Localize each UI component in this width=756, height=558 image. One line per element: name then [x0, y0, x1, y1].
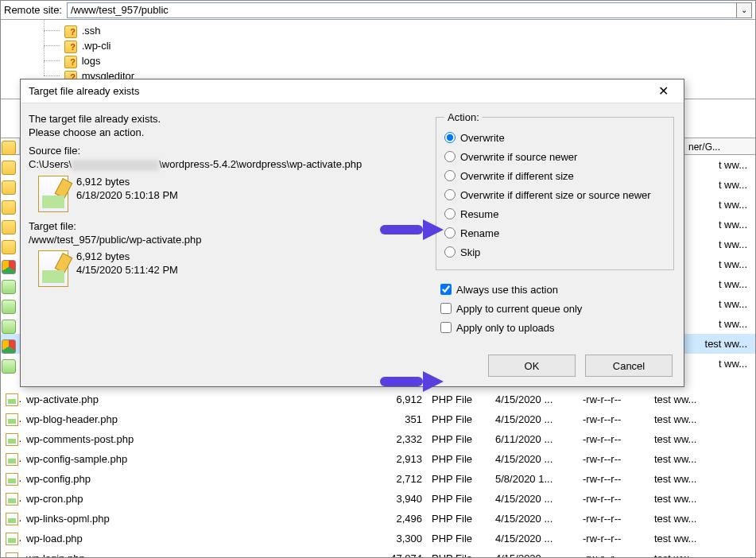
cell-modified: 4/15/2020 ... [490, 409, 578, 429]
gutter-icon-folder5[interactable] [2, 220, 16, 234]
cell-filesize: 2,712 [355, 469, 427, 489]
cell-permissions: -rw-r--r-- [578, 429, 649, 449]
gutter-icon-folder6[interactable] [2, 240, 16, 254]
gutter-icon-folder3[interactable] [2, 180, 16, 195]
cell-filename: wp-blog-header.php [21, 409, 355, 429]
gutter-icon-app3[interactable] [2, 320, 16, 334]
radio-resume-input[interactable] [444, 208, 456, 219]
tree-item-label: .wp-cli [82, 40, 111, 52]
radio-resume-label: Resume [460, 208, 498, 220]
cell-filetype: PHP File [427, 449, 490, 469]
php-file-icon [6, 493, 18, 506]
cell-filesize: 6,912 [355, 389, 427, 409]
gutter-icon-folder1[interactable] [2, 141, 16, 155]
cell-permissions: -rw-r--r-- [578, 489, 649, 509]
table-row[interactable]: wp-comments-post.php2,332PHP File6/11/20… [1, 429, 755, 449]
check-always-input[interactable] [440, 284, 452, 295]
tree-item[interactable]: ? logs [64, 53, 747, 68]
cell-owner: test ww... [649, 489, 755, 509]
tree-item[interactable]: ? .ssh [64, 23, 747, 38]
radio-rename[interactable]: Rename [444, 223, 665, 242]
table-row[interactable]: wp-config-sample.php2,913PHP File4/15/20… [1, 449, 755, 469]
cell-filename: wp-links-opml.php [21, 509, 355, 529]
cell-filename: wp-cron.php [21, 489, 355, 509]
check-uploads[interactable]: Apply only to uploads [440, 318, 674, 337]
check-uploads-label: Apply only to uploads [456, 322, 555, 334]
gutter-icon-app1[interactable] [2, 280, 16, 294]
check-uploads-input[interactable] [440, 322, 452, 333]
intro-line-1: The target file already exists. [29, 113, 429, 125]
cell-permissions: -rw-r--r-- [578, 509, 649, 529]
cell-permissions: -rw-r--r-- [578, 548, 649, 557]
cell-permissions: -rw-r--r-- [578, 529, 649, 548]
radio-skip-input[interactable] [444, 246, 456, 258]
radio-overwrite-label: Overwrite [460, 132, 505, 144]
dialog-right-panel: Action: Overwrite Overwrite if source ne… [436, 111, 674, 355]
cell-owner: test ww... [649, 429, 755, 449]
gutter-icon-app2[interactable] [2, 300, 16, 314]
gutter-icon-chrome1[interactable] [2, 260, 16, 274]
radio-skip[interactable]: Skip [444, 242, 665, 262]
table-row[interactable]: wp-login.php47,874PHP File4/15/2020 ...-… [1, 548, 755, 557]
source-file-label: Source file: [29, 145, 429, 157]
action-legend: Action: [444, 111, 483, 123]
table-row[interactable]: wp-load.php3,300PHP File4/15/2020 ...-rw… [1, 529, 755, 548]
table-row[interactable]: wp-config.php2,712PHP File5/8/2020 1...-… [1, 469, 755, 489]
table-row[interactable]: wp-activate.php6,912PHP File4/15/2020 ..… [1, 389, 755, 409]
radio-overwrite-size-newer[interactable]: Overwrite if different size or source ne… [444, 185, 665, 204]
ok-button[interactable]: OK [488, 355, 576, 377]
folder-unknown-icon: ? [64, 25, 77, 38]
radio-rename-input[interactable] [444, 227, 456, 238]
radio-size-input[interactable] [444, 170, 456, 181]
radio-newer-input[interactable] [444, 151, 456, 162]
remote-site-bar: Remote site: ⌄ [1, 1, 755, 20]
check-queue[interactable]: Apply to current queue only [440, 299, 674, 318]
cell-filetype: PHP File [427, 469, 490, 489]
target-file-path: /www/test_957/public/wp-activate.php [29, 234, 429, 246]
gutter-icon-chrome2[interactable] [2, 339, 16, 354]
radio-overwrite-newer[interactable]: Overwrite if source newer [444, 147, 665, 166]
tree-item[interactable]: ? .wp-cli [64, 38, 747, 53]
cell-filename: wp-config-sample.php [21, 449, 355, 469]
check-queue-input[interactable] [440, 303, 452, 314]
table-row[interactable]: wp-blog-header.php351PHP File4/15/2020 .… [1, 409, 755, 429]
table-row[interactable]: wp-links-opml.php2,496PHP File4/15/2020 … [1, 509, 755, 529]
cell-modified: 4/15/2020 ... [490, 529, 578, 548]
php-file-icon [6, 473, 18, 486]
cell-modified: 4/15/2020 ... [490, 489, 578, 509]
cell-owner: test ww... [649, 548, 755, 557]
cell-filetype: PHP File [427, 409, 490, 429]
chevron-down-icon: ⌄ [741, 6, 747, 14]
php-file-icon [6, 552, 18, 557]
cell-filename: wp-load.php [21, 529, 355, 548]
close-button[interactable]: ✕ [647, 80, 679, 103]
gutter-icon-folder2[interactable] [2, 161, 16, 175]
radio-resume[interactable]: Resume [444, 204, 665, 223]
left-gutter [2, 141, 17, 379]
remote-file-list[interactable]: wp-activate.php6,912PHP File4/15/2020 ..… [1, 389, 755, 557]
radio-overwrite-size[interactable]: Overwrite if different size [444, 166, 665, 185]
cancel-button[interactable]: Cancel [585, 355, 673, 377]
target-file-box: 6,912 bytes 4/15/2020 5:11:42 PM [29, 249, 429, 287]
gutter-icon-app4[interactable] [2, 359, 16, 374]
check-always[interactable]: Always use this action [440, 280, 674, 299]
cell-filesize: 2,332 [355, 429, 427, 449]
remote-path-input[interactable] [67, 2, 736, 18]
source-path-prefix: C:\Users\ [29, 158, 72, 170]
radio-size-label: Overwrite if different size [460, 170, 574, 182]
cell-permissions: -rw-r--r-- [578, 449, 649, 469]
intro-line-2: Please choose an action. [29, 126, 429, 138]
source-file-path: C:\Users\\wordpress-5.4.2\wordpress\wp-a… [29, 158, 429, 171]
cell-owner: test ww... [649, 529, 755, 548]
radio-newer-label: Overwrite if source newer [460, 151, 577, 163]
remote-path-dropdown[interactable]: ⌄ [736, 2, 752, 18]
cell-modified: 4/15/2020 ... [490, 449, 578, 469]
column-owner[interactable]: ner/G... [684, 138, 755, 154]
radio-overwrite-input[interactable] [444, 132, 456, 143]
table-row[interactable]: wp-cron.php3,940PHP File4/15/2020 ...-rw… [1, 489, 755, 509]
radio-overwrite[interactable]: Overwrite [444, 128, 665, 147]
php-file-icon [6, 513, 18, 525]
tree-item-label: .ssh [82, 25, 101, 37]
radio-size-newer-input[interactable] [444, 189, 456, 200]
gutter-icon-folder4[interactable] [2, 200, 16, 215]
